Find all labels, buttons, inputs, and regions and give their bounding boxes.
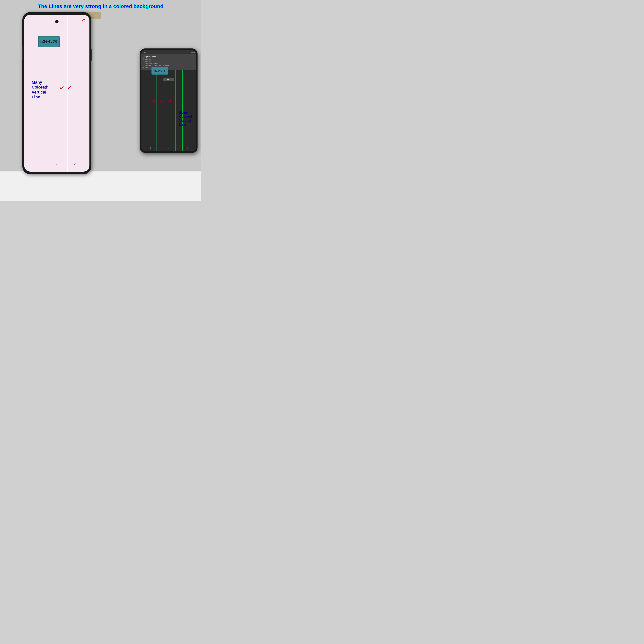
second-phone: 13:18 42% Loopback Test Start : ... Star… (140, 48, 198, 153)
nav-home: ○ (56, 162, 58, 166)
loopback-item-5: Stop (143, 67, 195, 68)
navigation-bar-second: ||| ○ < (141, 147, 196, 149)
label-sticker-second: n204.76 (151, 67, 168, 75)
loopback-item-2: Start : ... (143, 60, 195, 62)
nav-back: < (74, 162, 76, 166)
main-phone-body: n204.76 Many Colored Vertical Line ↙ ↙ ↙… (22, 12, 91, 174)
shelf-surface (0, 171, 201, 201)
red-arrow-s3: ↙ (168, 99, 171, 103)
label-sticker-main: n204.76 (38, 36, 60, 47)
loopback-item-4: Start : E/P (Please Insert Earphone) (143, 64, 195, 66)
red-arrow-s2: ↙ (161, 99, 164, 103)
loopback-title: Loopback Test (143, 56, 195, 58)
radio-3 (143, 63, 144, 64)
annotation-r-line2: Colored (179, 115, 192, 119)
annotation-r-line3: Vertical (179, 119, 192, 123)
annotation-r-line1: Many (179, 111, 192, 115)
vertical-line-4 (67, 15, 68, 172)
annotation-line1: Many (32, 80, 47, 85)
loopback-item-1: Start : ... (143, 58, 195, 60)
front-camera (55, 20, 59, 23)
power-button (91, 49, 92, 61)
second-screen-bg: 13:18 42% Loopback Test Start : ... Star… (141, 50, 196, 151)
navigation-bar-main: ||| ○ < (24, 162, 89, 166)
radio-5 (143, 67, 144, 68)
nav-recents: ||| (38, 162, 40, 166)
nav2-home: ○ (168, 147, 170, 149)
radio-2 (143, 61, 144, 62)
radio-4 (143, 65, 144, 66)
loopback-item-3: Start : SPK_3rdMic (143, 62, 195, 64)
red-arrow-1: ↙ (44, 85, 48, 91)
red-circle-indicator (82, 19, 85, 22)
red-arrow-3: ↙ (67, 85, 71, 91)
annotation-second: Many Colored Vertical Line (179, 111, 192, 127)
annotation-line4: Line (32, 95, 47, 100)
main-phone-screen: n204.76 Many Colored Vertical Line ↙ ↙ ↙… (24, 15, 89, 172)
loopback-panel: Loopback Test Start : ... Start : ... St… (141, 54, 196, 70)
annotation-r-line4: Line (179, 123, 192, 127)
nav2-back: < (186, 147, 188, 149)
status-bar: 13:18 42% (141, 50, 196, 54)
main-phone: n204.76 Many Colored Vertical Line ↙ ↙ ↙… (22, 12, 91, 174)
status-time: 13:18 (143, 51, 147, 53)
exit-button[interactable]: EXIT (163, 78, 174, 81)
radio-1 (143, 59, 144, 60)
nav2-recents: ||| (150, 147, 151, 149)
volume-button (22, 46, 23, 61)
red-arrow-2: ↙ (60, 85, 64, 91)
second-phone-body: 13:18 42% Loopback Test Start : ... Star… (140, 48, 198, 153)
page-title: The Lines are very strong in a colored b… (38, 3, 163, 9)
status-battery: 42% (191, 51, 195, 53)
red-arrow-s1: ↙ (152, 99, 156, 103)
second-phone-screen: 13:18 42% Loopback Test Start : ... Star… (141, 50, 196, 151)
